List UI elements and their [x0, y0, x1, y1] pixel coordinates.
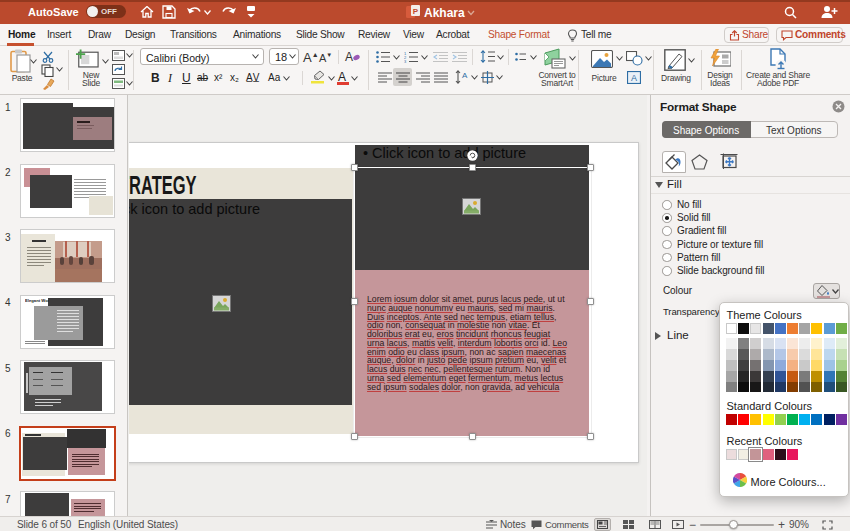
svg-text:A: A	[462, 71, 468, 80]
svg-text:3: 3	[404, 59, 407, 63]
svg-text:A: A	[631, 73, 637, 83]
svg-text:P: P	[413, 7, 419, 16]
